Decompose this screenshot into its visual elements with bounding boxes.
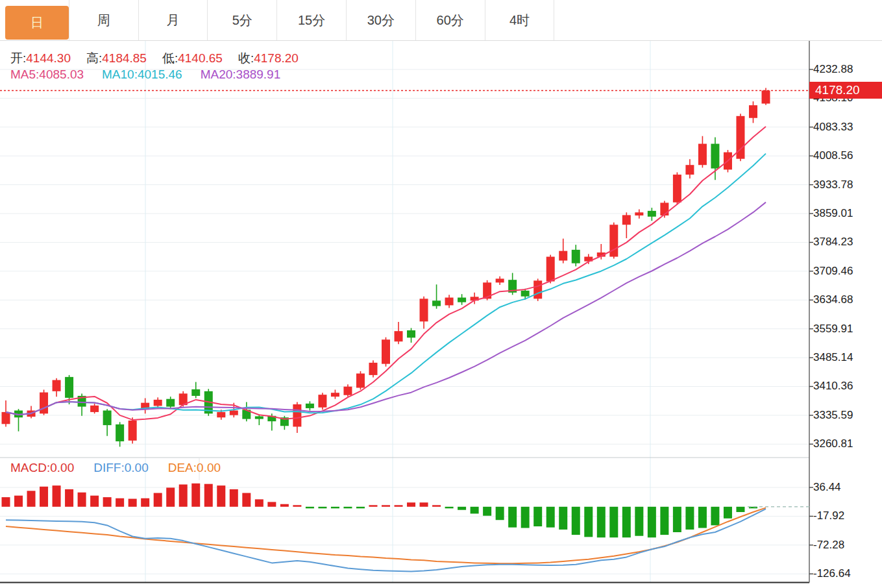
tab-active-pill[interactable]: 日: [5, 6, 69, 40]
tab-30min[interactable]: 30分: [347, 0, 416, 40]
legend-item: DIFF:0.00: [93, 461, 148, 475]
macd-bar: [116, 498, 124, 507]
candle-body: [648, 211, 656, 217]
macd-bar: [572, 507, 580, 535]
macd-bar: [280, 504, 289, 507]
chart-canvas[interactable]: [0, 0, 882, 588]
price-axis-label: 3335.59: [813, 409, 853, 422]
tab-label: 月: [166, 12, 179, 29]
macd-bar: [179, 484, 188, 506]
macd-bar: [27, 491, 36, 507]
price-axis-label: 4008.56: [813, 149, 853, 162]
legend-item: 收:4178.20: [238, 50, 299, 67]
macd-bar: [191, 484, 200, 507]
macd-bar: [356, 507, 365, 509]
legend-item: MA10: 4015.46: [102, 67, 182, 82]
macd-axis-label: 36.44: [813, 481, 841, 494]
candle-body: [609, 225, 618, 256]
tab-4hour[interactable]: 4时: [485, 0, 555, 40]
candle-body: [53, 380, 61, 391]
interval-tab-bar: 日周月5分15分30分60分4时: [0, 0, 882, 41]
tab-15min[interactable]: 15分: [277, 0, 347, 40]
macd-bar: [53, 485, 61, 507]
legend-label: MACD:: [10, 461, 50, 475]
macd-axis-label: -126.64: [813, 567, 851, 580]
tab-5min[interactable]: 5分: [208, 0, 277, 40]
candle-body: [191, 389, 200, 396]
candle-body: [635, 212, 643, 215]
candle-body: [40, 393, 48, 414]
price-axis-label: 3559.91: [813, 323, 853, 336]
macd-bar: [496, 507, 504, 520]
macd-bar: [559, 507, 567, 530]
legend-label: 低:: [162, 50, 178, 67]
macd-bar: [432, 505, 441, 507]
price-axis-label: 3709.46: [813, 265, 853, 278]
macd-bar: [584, 507, 593, 537]
macd-bar: [154, 493, 162, 507]
price-axis-label: 3410.36: [813, 380, 853, 393]
legend-item: 高:4184.85: [86, 50, 147, 67]
legend-value: 0.00: [197, 461, 221, 475]
legend-value: 4140.65: [178, 51, 223, 66]
tab-month[interactable]: 月: [139, 0, 208, 40]
tab-week[interactable]: 周: [69, 0, 139, 40]
candle-body: [445, 298, 454, 306]
candle-body: [343, 387, 352, 395]
macd-bar: [521, 507, 530, 528]
candle-body: [154, 400, 162, 406]
tab-label: 日: [31, 14, 43, 32]
ma5-line: [6, 127, 766, 420]
legend-label: 高:: [86, 50, 102, 67]
candle-body: [420, 299, 428, 321]
candle-body: [166, 399, 175, 407]
macd-bar: [471, 507, 479, 514]
price-axis-label: 4083.33: [813, 121, 853, 134]
candle-body: [230, 411, 238, 415]
legend-value: 0.00: [50, 461, 74, 475]
macd-bar: [458, 507, 466, 510]
macd-axis-label: -17.92: [813, 509, 844, 522]
macd-bar: [65, 489, 73, 507]
candle-body: [65, 377, 73, 398]
macd-bar: [395, 505, 403, 507]
ma20-line: [6, 202, 766, 415]
legend-label: MA10:: [102, 67, 138, 82]
candle-body: [382, 339, 390, 363]
macd-bar: [217, 485, 225, 507]
macd-bar: [14, 496, 23, 507]
candle-body: [306, 404, 314, 408]
candle-body: [356, 374, 365, 388]
macd-bar: [343, 507, 352, 509]
candle-body: [533, 280, 542, 299]
macd-axis-label: -72.28: [813, 539, 844, 552]
candle-body: [255, 416, 263, 419]
tab-60min[interactable]: 60分: [416, 0, 485, 40]
macd-bar: [711, 507, 719, 526]
legend-item: MA5: 4085.03: [10, 67, 84, 82]
legend-item: DEA:0.00: [168, 461, 221, 475]
macd-bar: [407, 502, 415, 507]
candle-body: [369, 363, 377, 375]
macd-bar: [306, 507, 314, 509]
macd-bar: [420, 502, 428, 507]
legend-label: DEA:: [168, 461, 197, 475]
macd-bar: [382, 505, 390, 507]
macd-bar: [230, 489, 238, 507]
candle-body: [559, 251, 567, 261]
macd-legend: MACD:0.00DIFF:0.00DEA:0.00: [10, 461, 221, 475]
legend-value: 4015.46: [138, 67, 182, 82]
macd-bar: [2, 497, 10, 507]
tab-day[interactable]: 日: [0, 0, 69, 40]
candle-body: [762, 90, 770, 103]
tab-label: 30分: [367, 12, 395, 29]
macd-bar: [635, 507, 643, 536]
macd-bar: [267, 502, 276, 506]
macd-bar: [609, 507, 618, 537]
price-axis-label: 3784.23: [813, 236, 853, 249]
macd-bar: [141, 498, 149, 507]
candle-body: [293, 404, 301, 426]
price-axis-label: 3933.78: [813, 178, 853, 191]
candle-body: [2, 412, 10, 424]
price-axis-label: 3485.14: [813, 351, 853, 364]
